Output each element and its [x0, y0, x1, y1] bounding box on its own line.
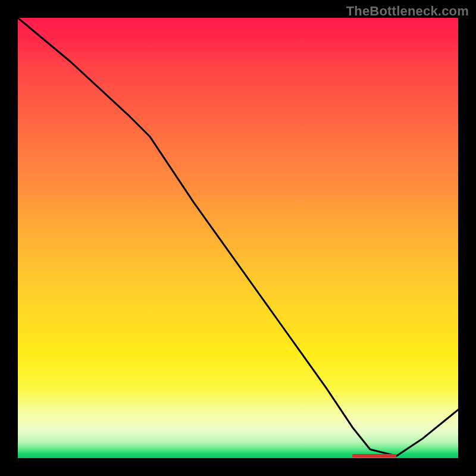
line-series [18, 18, 458, 458]
plot-frame [18, 18, 458, 458]
min-flat-marker [352, 454, 396, 458]
watermark-text: TheBottleneck.com [346, 4, 469, 19]
chart-stage: TheBottleneck.com [0, 0, 476, 476]
